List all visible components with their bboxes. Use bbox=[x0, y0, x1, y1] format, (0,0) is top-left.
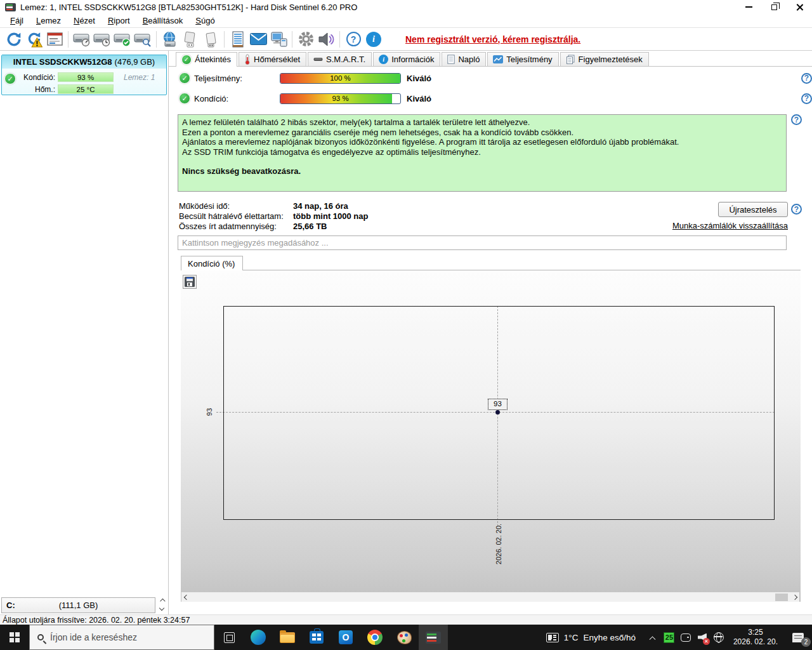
performance-label: Teljesítmény: bbox=[194, 74, 242, 83]
clock-date: 2026. 02. 20. bbox=[733, 637, 778, 647]
retest-help-icon[interactable] bbox=[791, 204, 802, 215]
condition-meter-value: 93 % bbox=[280, 94, 400, 103]
notification-button[interactable]: 2 bbox=[784, 625, 812, 650]
save-chart-button[interactable] bbox=[183, 275, 197, 289]
menu-disk[interactable]: Lemez bbox=[30, 15, 67, 27]
close-button[interactable] bbox=[787, 0, 812, 14]
minimize-button[interactable] bbox=[736, 0, 761, 14]
news-icon bbox=[546, 633, 559, 642]
taskbar-store[interactable] bbox=[302, 625, 331, 650]
menu-settings[interactable]: Beállítások bbox=[136, 15, 190, 27]
register-link[interactable]: Nem regisztrált verzió, kérem regisztrál… bbox=[405, 34, 580, 44]
report-button[interactable] bbox=[44, 29, 65, 50]
disk-overview-button[interactable] bbox=[72, 29, 92, 50]
close-icon bbox=[796, 3, 803, 11]
tab-temperature[interactable]: Hőmérséklet bbox=[239, 52, 306, 66]
about-button[interactable] bbox=[363, 29, 384, 50]
spin-down-button[interactable] bbox=[157, 606, 166, 614]
sound-settings-button[interactable] bbox=[316, 29, 336, 50]
microsoft-store-icon bbox=[310, 631, 324, 644]
tray-expand-button[interactable] bbox=[645, 625, 661, 650]
tab-performance[interactable]: Teljesítmény bbox=[487, 52, 558, 66]
chart-scrollbar[interactable] bbox=[181, 592, 799, 602]
reset-counters-link[interactable]: Munka-számlálók visszaállítása bbox=[672, 221, 788, 230]
condition-help-icon[interactable] bbox=[801, 93, 812, 104]
network-disk-button[interactable] bbox=[160, 29, 180, 50]
disk-history-button[interactable] bbox=[92, 29, 112, 50]
tab-bar: Áttekintés Hőmérséklet S.M.A.R.T. Inform… bbox=[169, 52, 812, 67]
network-globe-icon bbox=[714, 632, 724, 642]
menu-file[interactable]: Fájl bbox=[4, 15, 30, 27]
weather-desc: Enyhe eső/hó bbox=[583, 633, 636, 642]
tab-information[interactable]: Információk bbox=[373, 52, 440, 66]
start-button[interactable] bbox=[0, 625, 29, 650]
chevron-up-icon bbox=[160, 599, 165, 604]
refresh-warning-button[interactable] bbox=[24, 29, 44, 50]
chart-data-point[interactable] bbox=[495, 410, 500, 415]
scroll-left-button[interactable] bbox=[181, 592, 191, 602]
network-status-button[interactable] bbox=[268, 29, 289, 50]
menu-report[interactable]: Riport bbox=[102, 15, 136, 27]
tab-log[interactable]: Napló bbox=[442, 52, 486, 66]
taskbar-paint[interactable] bbox=[390, 625, 419, 650]
comment-input[interactable] bbox=[178, 235, 787, 250]
scroll-right-button[interactable] bbox=[790, 592, 799, 602]
scrollbar-thumb[interactable] bbox=[775, 594, 788, 601]
remove-disk-button[interactable] bbox=[180, 29, 200, 50]
tray-hds-temperature[interactable]: 25 bbox=[661, 625, 678, 650]
log-button[interactable] bbox=[228, 29, 248, 50]
toolbar-separator bbox=[292, 31, 292, 48]
performance-help-icon[interactable] bbox=[801, 73, 812, 84]
partition-row[interactable]: C: (111,1 GB) bbox=[1, 597, 155, 613]
performance-status-icon bbox=[179, 72, 190, 84]
refresh-warning-icon bbox=[26, 31, 43, 48]
settings-button[interactable] bbox=[296, 29, 316, 50]
tab-alerts[interactable]: Figyelmeztetések bbox=[560, 52, 649, 66]
report-icon bbox=[47, 32, 63, 46]
refresh-button[interactable] bbox=[4, 29, 24, 50]
disk-power-button[interactable] bbox=[200, 29, 221, 50]
search-icon bbox=[37, 634, 44, 640]
menu-help[interactable]: Súgó bbox=[189, 15, 221, 27]
minimize-icon bbox=[745, 6, 752, 8]
tab-smart[interactable]: S.M.A.R.T. bbox=[308, 52, 372, 66]
network-monitor-icon bbox=[270, 31, 287, 48]
weather-temp: 1°C bbox=[564, 633, 579, 642]
total-written-row: Összes írt adatmennyiség: 25,66 TB bbox=[179, 221, 368, 231]
chrome-icon bbox=[367, 630, 383, 645]
tray-network-button[interactable] bbox=[710, 625, 727, 650]
taskbar-explorer[interactable] bbox=[273, 625, 302, 650]
menu-view[interactable]: Nézet bbox=[67, 15, 102, 27]
tab-overview[interactable]: Áttekintés bbox=[176, 52, 237, 67]
taskbar-edge[interactable] bbox=[244, 625, 273, 650]
tray-device-button[interactable] bbox=[678, 625, 694, 650]
restore-icon bbox=[771, 4, 777, 10]
main-content: Áttekintés Hőmérséklet S.M.A.R.T. Inform… bbox=[169, 51, 812, 614]
tray-volume-button[interactable] bbox=[694, 625, 710, 650]
help-button[interactable] bbox=[343, 29, 363, 50]
disk-test-button[interactable] bbox=[112, 29, 133, 50]
performance-meter: 100 % bbox=[280, 73, 401, 84]
mail-button[interactable] bbox=[248, 29, 268, 50]
log-notepad-icon bbox=[231, 31, 245, 48]
app-icon bbox=[5, 3, 16, 11]
retest-button[interactable]: Újratesztelés bbox=[718, 202, 788, 217]
taskbar-chrome[interactable] bbox=[360, 625, 390, 650]
message-help-icon[interactable] bbox=[791, 114, 802, 125]
disk-surface-test-button[interactable] bbox=[133, 29, 153, 50]
disk-card[interactable]: INTEL SSDSCKKW512G8 (476,9 GB) Kondíció:… bbox=[1, 55, 167, 95]
chart-tab[interactable]: Kondíció (%) bbox=[181, 256, 243, 270]
taskbar-search[interactable] bbox=[29, 625, 214, 650]
taskbar-hard-disk-sentinel[interactable] bbox=[419, 625, 448, 650]
disk-number: Lemez: 1 bbox=[124, 73, 155, 82]
speaker-icon bbox=[318, 32, 334, 47]
taskbar-clock[interactable]: 3:25 2026. 02. 20. bbox=[727, 628, 784, 647]
restore-button[interactable] bbox=[761, 0, 787, 14]
task-view-button[interactable] bbox=[214, 625, 244, 650]
search-input[interactable] bbox=[50, 632, 196, 642]
task-view-icon bbox=[224, 632, 235, 643]
weather-widget[interactable]: 1°C Enyhe eső/hó bbox=[537, 633, 645, 642]
message-line: Ajánlatos a merevlemez naplójának bizony… bbox=[182, 137, 782, 147]
spin-up-button[interactable] bbox=[157, 597, 166, 606]
taskbar-outlook[interactable] bbox=[331, 625, 360, 650]
